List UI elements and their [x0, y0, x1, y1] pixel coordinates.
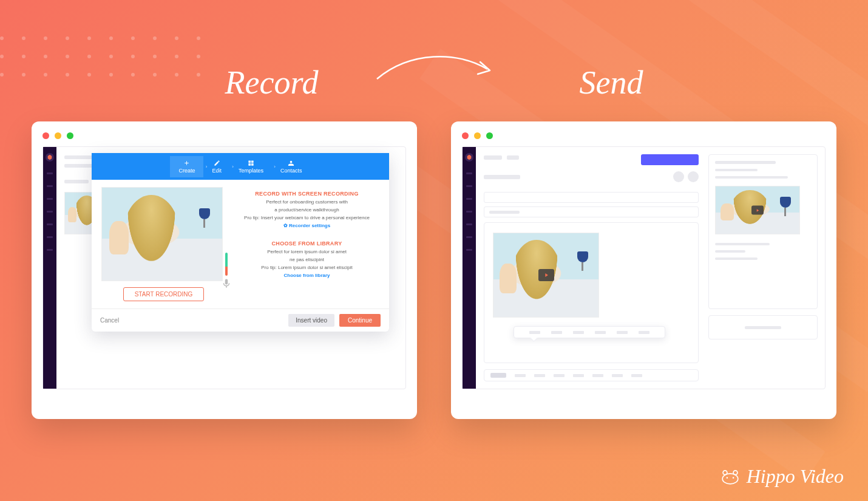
sidebar-item[interactable] — [466, 223, 472, 225]
email-body[interactable] — [484, 222, 699, 363]
formatting-popover[interactable] — [514, 326, 665, 338]
send-app-shell — [462, 146, 826, 389]
compose-toolbar[interactable] — [484, 369, 699, 381]
svg-point-4 — [733, 477, 734, 479]
continue-button[interactable]: Continue — [339, 314, 381, 327]
side-preview-card — [708, 154, 818, 309]
library-title: CHOOSE FROM LIBRARY — [234, 240, 379, 247]
sidebar-item[interactable] — [466, 211, 472, 213]
window-controls — [42, 132, 406, 139]
tool-contacts[interactable]: Contacts — [272, 160, 311, 174]
screen-recording-title: RECORD WITH SCREEN RECORDING — [234, 191, 379, 197]
webcam-preview — [101, 187, 223, 281]
tool-templates[interactable]: Templates › — [230, 160, 272, 174]
dialog-footer: Cancel Insert video Continue — [92, 308, 389, 332]
library-protip: Pro tip: Lorem ipsum dolor si amet elisc… — [234, 265, 379, 270]
side-video-thumbnail[interactable] — [715, 186, 800, 234]
send-window — [451, 121, 836, 419]
subject-field[interactable] — [484, 206, 699, 217]
sidebar-item[interactable] — [47, 236, 53, 238]
svg-point-0 — [722, 473, 738, 483]
svg-point-2 — [733, 470, 737, 474]
record-app-shell: Create › Edit › Templates › — [42, 146, 406, 389]
sidebar-item[interactable] — [466, 185, 472, 187]
app-logo-icon[interactable] — [465, 153, 473, 162]
play-icon — [538, 269, 554, 281]
screen-recording-desc: Perfect for onboarding customers with — [234, 199, 379, 205]
recorder-settings-link[interactable]: ✿ Recorder settings — [234, 223, 379, 228]
sidebar-item[interactable] — [47, 172, 53, 174]
svg-point-1 — [723, 470, 727, 474]
tool-edit[interactable]: Edit › — [203, 160, 230, 174]
screen-recording-protip: Pro tip: Insert your webcam to drive a p… — [234, 215, 379, 220]
sidebar-item[interactable] — [47, 211, 53, 213]
hippo-icon — [720, 468, 741, 485]
sidebar-item[interactable] — [47, 249, 53, 251]
sidebar-item[interactable] — [466, 198, 472, 200]
record-window: Create › Edit › Templates › — [32, 121, 417, 419]
brand-logo: Hippo Video — [720, 465, 844, 488]
app-sidebar — [463, 147, 476, 389]
sidebar-item[interactable] — [466, 249, 472, 251]
avatar[interactable] — [673, 171, 684, 182]
arrow-icon — [373, 49, 495, 91]
mic-level-icon — [221, 253, 232, 289]
play-icon — [751, 206, 764, 215]
tool-create[interactable]: Create › — [170, 156, 203, 177]
avatar[interactable] — [688, 171, 699, 182]
to-field[interactable] — [484, 192, 699, 203]
library-desc: Perfect for lorem ipsum dolor si amet — [234, 249, 379, 254]
sidebar-item[interactable] — [47, 198, 53, 200]
choose-from-library-link[interactable]: Choose from library — [234, 273, 379, 278]
insert-video-button[interactable]: Insert video — [288, 314, 334, 327]
cancel-link[interactable]: Cancel — [100, 317, 119, 324]
app-logo-icon[interactable] — [46, 153, 54, 162]
video-thumbnail[interactable] — [493, 233, 599, 318]
sidebar-item[interactable] — [47, 223, 53, 225]
app-sidebar — [43, 147, 56, 389]
heading-send: Send — [579, 64, 643, 101]
sidebar-item[interactable] — [47, 185, 53, 187]
brand-text: Hippo Video — [747, 465, 844, 488]
sidebar-item[interactable] — [466, 236, 472, 238]
primary-action-button[interactable] — [641, 154, 699, 165]
start-recording-button[interactable]: START RECORDING — [123, 287, 205, 301]
svg-point-3 — [726, 477, 728, 479]
dialog-toolbar: Create › Edit › Templates › — [92, 153, 389, 180]
side-card[interactable] — [708, 315, 818, 339]
record-dialog: Create › Edit › Templates › — [92, 153, 389, 332]
heading-record: Record — [225, 64, 319, 101]
window-controls — [462, 132, 826, 139]
sidebar-item[interactable] — [466, 172, 472, 174]
